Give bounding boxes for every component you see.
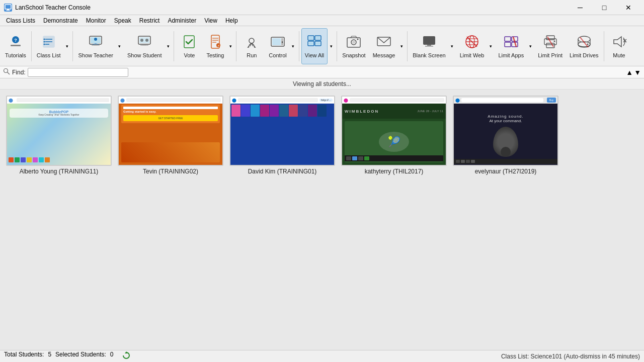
student-card[interactable]: ⬤ http://... — [229, 96, 335, 175]
menu-monitor[interactable]: Monitor — [82, 16, 110, 25]
title-bar-left: LanSchool Teacher Console — [4, 4, 91, 12]
svg-rect-49 — [423, 36, 435, 45]
limit-web-group: Limit Web ▾ — [457, 28, 495, 64]
limit-apps-dropdown-button[interactable]: ▾ — [527, 28, 534, 64]
control-dropdown-button[interactable]: ▾ — [290, 28, 297, 64]
menu-administer[interactable]: Administer — [164, 16, 200, 25]
limit-apps-button[interactable]: Limit Apps — [495, 28, 527, 64]
student-card[interactable]: ⬤ Buy Amazing sound. At your command. — [453, 96, 558, 175]
status-right: Class List: Science101 (Auto-dismiss in … — [501, 353, 640, 360]
svg-rect-51 — [425, 46, 433, 47]
show-teacher-icon — [88, 34, 104, 51]
tutorials-icon: ? — [8, 34, 24, 51]
student-card[interactable]: ⬤ WIMBLEDON JUNE 28 - JULY 11 🎾 — [341, 96, 447, 175]
view-all-button[interactable]: View All — [301, 28, 328, 64]
mute-button[interactable]: Mute — [606, 28, 632, 64]
limit-print-button[interactable]: Limit Print — [535, 28, 566, 64]
svg-rect-17 — [92, 45, 100, 45]
search-controls: ▲ ▼ — [626, 68, 641, 76]
svg-line-67 — [547, 37, 553, 47]
view-status-text: Viewing all students... — [293, 80, 351, 87]
limit-apps-icon — [503, 34, 519, 51]
show-teacher-group: Show Teacher ▾ — [75, 28, 123, 64]
menu-help[interactable]: Help — [221, 16, 242, 25]
limit-drives-label: Limit Drives — [570, 52, 598, 58]
view-all-label: View All — [305, 52, 324, 58]
status-bar: Total Students: 5 Selected Students: 0 C… — [0, 350, 644, 362]
menu-view[interactable]: View — [200, 16, 221, 25]
toolbar: ? Tutorials Class List ▾ — [0, 26, 644, 66]
main-content: ⬤ BubblePOP Keep Creating "Aha!" Moments… — [0, 89, 644, 350]
message-icon — [376, 34, 392, 51]
menu-class-lists[interactable]: Class Lists — [2, 16, 39, 25]
vote-icon — [181, 34, 197, 51]
message-dropdown-button[interactable]: ▾ — [398, 28, 405, 64]
search-collapse-button[interactable]: ▲ — [626, 68, 633, 76]
menu-bar: Class Lists Demonstrate Monitor Speak Re… — [0, 15, 644, 26]
class-list-label: Class List — [37, 52, 61, 58]
limit-web-icon — [464, 34, 480, 51]
show-teacher-button[interactable]: Show Teacher — [75, 28, 116, 64]
testing-dropdown-button[interactable]: ▾ — [227, 28, 234, 64]
blank-screen-button[interactable]: Blank Screen — [410, 28, 448, 64]
menu-demonstrate[interactable]: Demonstrate — [39, 16, 82, 25]
limit-web-button[interactable]: Limit Web — [457, 28, 488, 64]
run-button[interactable]: Run — [238, 28, 265, 64]
limit-drives-button[interactable]: Limit Drives — [567, 28, 601, 64]
menu-restrict[interactable]: Restrict — [135, 16, 164, 25]
mute-label: Mute — [613, 52, 625, 58]
title-bar: LanSchool Teacher Console ─ □ ✕ — [0, 0, 644, 15]
menu-speak[interactable]: Speak — [110, 16, 135, 25]
snapshot-button[interactable]: Snapshot — [339, 28, 368, 64]
student-screenshot: ⬤ Getting started is easy. GET STARTED F… — [118, 96, 223, 166]
show-teacher-label: Show Teacher — [78, 52, 113, 58]
show-student-dropdown-button[interactable]: ▾ — [165, 28, 172, 64]
app-icon — [4, 4, 12, 12]
limit-web-dropdown-button[interactable]: ▾ — [487, 28, 494, 64]
svg-point-31 — [249, 38, 254, 43]
svg-point-11 — [43, 41, 45, 42]
student-card[interactable]: ⬤ BubblePOP Keep Creating "Aha!" Moments… — [6, 96, 112, 175]
sep5 — [299, 31, 299, 61]
svg-rect-1 — [7, 9, 9, 10]
show-student-label: Show Student — [127, 52, 162, 58]
class-list-dropdown-button[interactable]: ▾ — [63, 28, 70, 64]
message-label: Message — [373, 52, 395, 58]
svg-rect-60 — [505, 42, 511, 47]
close-button[interactable]: ✕ — [617, 0, 640, 15]
student-card[interactable]: ⬤ Getting started is easy. GET STARTED F… — [118, 96, 223, 175]
svg-point-66 — [553, 40, 555, 42]
message-button[interactable]: Message — [370, 28, 398, 64]
total-students-value: 5 — [48, 351, 51, 361]
svg-marker-72 — [614, 37, 621, 47]
testing-button[interactable]: ✓ Testing — [203, 28, 227, 64]
show-student-button[interactable]: Show Student — [124, 28, 165, 64]
svg-line-62 — [513, 37, 516, 47]
student-name: David Kim (TRAINING01) — [248, 168, 317, 175]
show-student-group: Show Student ▾ — [124, 28, 172, 64]
control-button[interactable]: Control — [266, 28, 289, 64]
class-list-button[interactable]: Class List — [34, 28, 64, 64]
minimize-button[interactable]: ─ — [569, 0, 592, 15]
svg-rect-50 — [427, 45, 431, 46]
limit-web-label: Limit Web — [460, 52, 485, 58]
control-group: Control ▾ — [266, 28, 296, 64]
svg-rect-35 — [282, 41, 283, 43]
svg-rect-43 — [316, 42, 320, 45]
limit-apps-group: Limit Apps ▾ — [495, 28, 534, 64]
tutorials-button[interactable]: ? Tutorials — [2, 28, 29, 64]
show-teacher-dropdown-button[interactable]: ▾ — [116, 28, 123, 64]
search-input[interactable] — [28, 68, 128, 77]
message-group: Message ▾ — [370, 28, 406, 64]
blank-screen-group: Blank Screen ▾ — [410, 28, 455, 64]
search-expand-button[interactable]: ▼ — [634, 68, 641, 76]
maximize-button[interactable]: □ — [593, 0, 616, 15]
vote-button[interactable]: Vote — [176, 28, 202, 64]
blank-screen-dropdown-button[interactable]: ▾ — [449, 28, 456, 64]
svg-line-76 — [8, 72, 10, 75]
svg-rect-33 — [272, 38, 281, 45]
svg-point-15 — [94, 38, 97, 41]
view-all-dropdown-button[interactable]: ▾ — [328, 28, 335, 64]
blank-screen-icon — [421, 34, 437, 51]
snapshot-label: Snapshot — [342, 52, 365, 58]
